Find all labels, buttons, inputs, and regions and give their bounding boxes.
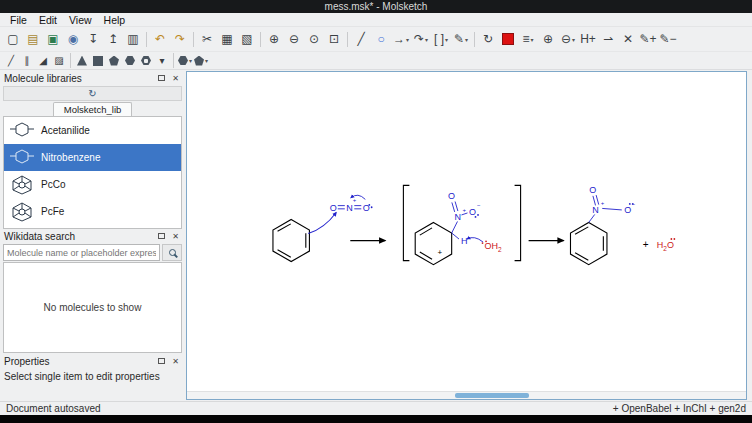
bond-wedge-tool-button[interactable]: ◢ [35,54,51,68]
close-icon: ✕ [172,74,179,83]
import-molecule-button[interactable]: ↧ [83,29,103,49]
close-panel-button[interactable]: ✕ [170,73,181,84]
hydrogen-add-tool-button[interactable]: H+ [578,29,598,49]
new-document-icon: ▢ [7,33,18,45]
copy-button[interactable]: ▦ [217,29,237,49]
dropdown-caret-icon: ▾ [406,36,409,43]
molecule-libraries-panel: Molecule libraries ✕ ↻ Molsketch_lib Ace… [2,71,183,229]
canvas-area[interactable]: O N O + [186,71,747,400]
cut-button[interactable]: ✂ [197,29,217,49]
arenium-intermediate: + N O O + − H [415,191,502,264]
toolbar-separator [474,32,475,47]
benzene-molecule [273,219,309,261]
template-cyclohexane-button[interactable] [122,54,138,68]
template-cyclobutane-button[interactable] [90,54,106,68]
undock-panel-button[interactable] [156,231,167,242]
new-document-button[interactable]: ▢ [3,29,23,49]
open-document-button[interactable]: ▤ [23,29,43,49]
undock-panel-button[interactable] [156,356,167,367]
menu-help[interactable]: Help [98,14,132,26]
edit-add-tool-button[interactable]: ✎+ [638,29,658,49]
rotate-tool-button[interactable]: ↻ [478,29,498,49]
status-message: Document autosaved [6,403,101,414]
hydrogen-remove-tool-button[interactable]: ⇀ [598,29,618,49]
template-ring-more-button[interactable]: ▾ [154,54,170,68]
charge-minus-tool-button[interactable]: ⊖▾ [558,29,578,49]
draw-tool-button[interactable]: ╱ [351,29,371,49]
redo-button[interactable]: ↷ [170,29,190,49]
paste-button[interactable]: ▧ [237,29,257,49]
library-item-pcco[interactable]: PcCo [4,171,181,198]
mechanism-arrow-tool-button[interactable]: ↷▾ [411,29,431,49]
zoom-fit-button[interactable]: ⊡ [324,29,344,49]
molecule-name: Acetanilide [41,125,90,136]
reaction-arrow-tool-button[interactable]: →▾ [391,29,411,49]
library-item-nitrobenzene[interactable]: Nitrobenzene [4,144,181,171]
tab-molsketch-lib[interactable]: Molsketch_lib [53,102,133,116]
panel-header: Properties ✕ [2,354,183,368]
app-window: mess.msk* - Molsketch FileEditViewHelp ▢… [0,0,752,423]
library-item-acetanilide[interactable]: Acetanilide [4,117,181,144]
zoom-out-button[interactable]: ⊖ [284,29,304,49]
titlebar[interactable]: mess.msk* - Molsketch [0,0,752,13]
horizontal-scrollbar[interactable] [187,391,746,399]
water-product: H2O [657,238,675,251]
left-dock: Molecule libraries ✕ ↻ Molsketch_lib Ace… [0,70,185,401]
water-nucleophile: OH2 [467,238,502,253]
zoom-original-button[interactable]: ⊙ [304,29,324,49]
panel-title: Properties [4,356,153,367]
library-item-pcfe[interactable]: PcFe [4,198,181,225]
color-swatch-button[interactable] [498,29,518,49]
atom-label: H [461,236,468,246]
template-cyclopropane-button[interactable] [74,54,90,68]
charge-label: + [353,197,357,203]
template-ring-more-icon: ▾ [159,56,164,66]
bond-wedge-tool-icon: ◢ [39,56,47,66]
molecule-canvas[interactable]: O N O + [187,72,746,391]
menu-edit[interactable]: Edit [33,14,63,26]
print-document-button[interactable]: ▥ [123,29,143,49]
atom-label: O [624,205,631,215]
bond-double-tool-button[interactable]: ∥ [19,54,35,68]
template-dropdown-2-button[interactable]: ▾ [193,54,209,68]
format-indicators: + OpenBabel + InChI + gen2d [613,403,746,414]
bond-hash-tool-icon: ▨ [54,56,63,66]
bond-hash-tool-button[interactable]: ▨ [51,54,67,68]
import-molecule-icon: ↧ [88,33,98,45]
panel-title: Wikidata search [4,231,153,242]
line-width-tool-button[interactable]: ≡▾ [518,29,538,49]
template-benzene-button[interactable] [138,54,154,68]
menu-file[interactable]: File [4,14,33,26]
template-dropdown-1-button[interactable]: ▾ [177,54,193,68]
ring-tool-button[interactable]: ○ [371,29,391,49]
charge-label: − [477,203,481,209]
template-dropdown-1-icon [178,56,188,66]
ring-tool-icon: ○ [377,33,384,45]
close-panel-button[interactable]: ✕ [170,356,181,367]
template-cyclopentane-button[interactable] [106,54,122,68]
zoom-in-button[interactable]: ⊕ [264,29,284,49]
library-settings-button[interactable]: ↻ [3,86,182,101]
edit-remove-tool-button[interactable]: ✎− [658,29,678,49]
dropdown-caret-icon: ▾ [531,36,534,43]
charge-plus-tool-button[interactable]: ⊕ [538,29,558,49]
dropdown-caret-icon: ▾ [189,57,192,64]
menu-view[interactable]: View [63,14,98,26]
search-button[interactable] [162,244,182,261]
close-panel-button[interactable]: ✕ [170,231,181,242]
search-input[interactable] [3,244,160,261]
save-as-document-button[interactable]: ◉ [63,29,83,49]
undock-panel-button[interactable] [156,73,167,84]
charge-plus-tool-icon: ⊕ [543,33,553,45]
statusbar: Document autosaved + OpenBabel + InChI +… [0,401,752,415]
scrollbar-thumb[interactable] [455,393,529,398]
bond-single-tool-button[interactable]: ╱ [3,54,19,68]
atom-label: N [346,203,353,213]
undo-button[interactable]: ↶ [150,29,170,49]
bracket-tool-button[interactable]: [ ]▾ [431,29,451,49]
delete-tool-button[interactable]: ✕ [618,29,638,49]
export-image-button[interactable]: ↥ [103,29,123,49]
text-tool-button[interactable]: ✎▾ [451,29,471,49]
save-document-button[interactable]: ▣ [43,29,63,49]
text-tool-icon: ✎ [454,33,464,45]
